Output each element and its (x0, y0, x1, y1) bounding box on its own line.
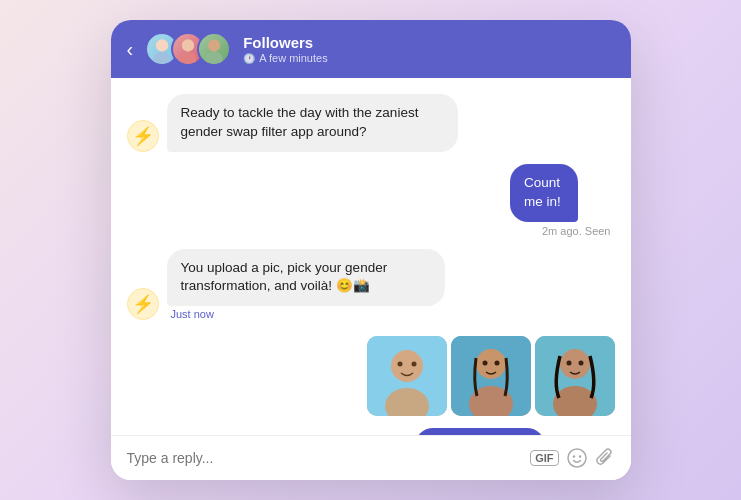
back-button[interactable]: ‹ (127, 39, 134, 59)
message-row: WOW! like a selfie magician! (127, 428, 615, 435)
svg-point-0 (156, 39, 168, 51)
messages-area: ⚡ Ready to tackle the day with the zanie… (111, 78, 631, 435)
message-row: Count me in! 2m ago. Seen (127, 164, 615, 237)
svg-point-9 (397, 362, 402, 367)
message-row: ⚡ You upload a pic, pick your gender tra… (127, 249, 615, 321)
input-area: GIF (111, 435, 631, 480)
input-icons: GIF (530, 448, 614, 468)
svg-point-1 (153, 52, 171, 64)
svg-point-4 (208, 39, 220, 51)
svg-point-23 (578, 455, 580, 457)
gif-button[interactable]: GIF (530, 450, 558, 466)
message-timestamp: Just now (167, 308, 595, 320)
chat-header: ‹ Followers (111, 20, 631, 78)
emoji-avatar: ⚡ (127, 288, 159, 320)
message-row: ⚡ Ready to tackle the day with the zanie… (127, 94, 615, 152)
svg-point-19 (566, 361, 571, 366)
photo-thumb (535, 336, 615, 416)
clock-icon: 🕐 (243, 53, 255, 64)
svg-point-7 (391, 350, 423, 382)
photo-message-row (127, 332, 615, 416)
photo-grid (367, 336, 615, 416)
avatar-3 (197, 32, 231, 66)
header-subtitle: 🕐 A few minutes (243, 52, 327, 64)
photo-thumb (367, 336, 447, 416)
attach-button[interactable] (595, 448, 615, 468)
sent-bubble: WOW! like a selfie magician! (415, 428, 545, 435)
received-bubble: Ready to tackle the day with the zaniest… (167, 94, 458, 152)
photo-thumb (451, 336, 531, 416)
svg-point-10 (411, 362, 416, 367)
emoji-button[interactable] (567, 448, 587, 468)
header-title: Followers (243, 34, 327, 51)
svg-point-15 (494, 361, 499, 366)
received-bubble: You upload a pic, pick your gender trans… (167, 249, 445, 307)
header-info: Followers 🕐 A few minutes (243, 34, 327, 64)
svg-point-2 (182, 39, 194, 51)
avatar-group (145, 32, 231, 66)
svg-point-14 (482, 361, 487, 366)
attach-icon (595, 448, 615, 468)
svg-point-5 (205, 52, 223, 64)
emoji-avatar: ⚡ (127, 120, 159, 152)
svg-point-22 (572, 455, 574, 457)
reply-input[interactable] (127, 450, 521, 466)
svg-point-21 (568, 449, 586, 467)
svg-point-20 (578, 361, 583, 366)
sent-bubble: Count me in! (510, 164, 578, 222)
chat-window: ‹ Followers (111, 20, 631, 480)
svg-point-3 (179, 52, 197, 64)
message-meta: 2m ago. Seen (510, 225, 615, 237)
emoji-icon (567, 448, 587, 468)
